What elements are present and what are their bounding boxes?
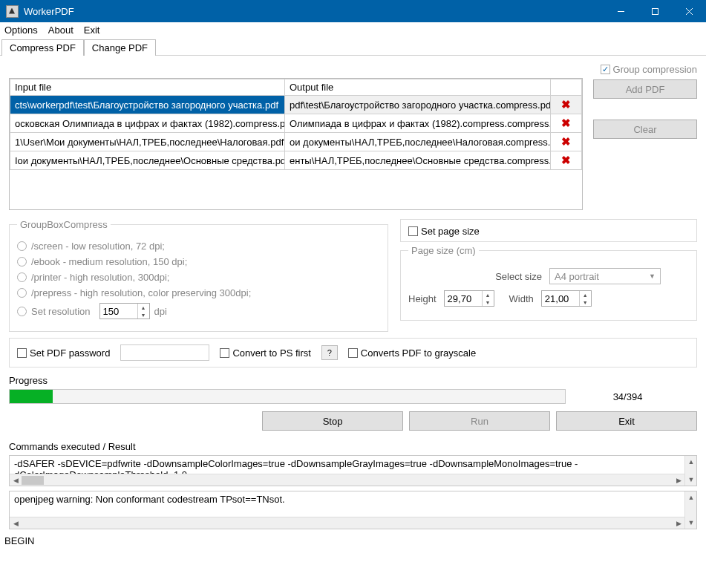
menu-about[interactable]: About xyxy=(48,24,73,36)
group-compression-label: Group compression xyxy=(613,64,697,75)
app-icon xyxy=(6,5,19,18)
width-spinner[interactable]: ▲▼ xyxy=(541,290,592,307)
chevron-left-icon[interactable]: ◀ xyxy=(10,474,22,486)
svg-rect-1 xyxy=(652,8,658,14)
set-password-checkbox[interactable]: Set PDF password xyxy=(17,347,110,359)
delete-icon[interactable]: ✖ xyxy=(561,135,571,148)
col-output[interactable]: Output file xyxy=(285,79,551,96)
delete-icon[interactable]: ✖ xyxy=(561,154,571,166)
stop-button[interactable]: Stop xyxy=(262,411,403,431)
group-compression-checkbox[interactable]: Group compression xyxy=(601,64,697,75)
compress-groupbox: GroupBoxCompress /screen - low resolutio… xyxy=(9,219,388,332)
table-row[interactable]: Іои документы\НАЛ,ТРЕБ,последнее\Основны… xyxy=(10,151,582,170)
table-row[interactable]: cts\workerpdf\test\Благоустройство загор… xyxy=(10,96,582,114)
chevron-right-icon[interactable]: ▶ xyxy=(673,517,684,529)
commands-log[interactable]: -dSAFER -sDEVICE=pdfwrite -dDownsampleCo… xyxy=(9,455,697,486)
chevron-up-icon[interactable]: ▲ xyxy=(685,456,697,468)
page-size-select[interactable]: A4 portrait ▼ xyxy=(549,268,661,284)
col-input[interactable]: Input file xyxy=(10,79,285,96)
select-size-label: Select size xyxy=(408,271,542,282)
file-table[interactable]: Input file Output file cts\workerpdf\tes… xyxy=(9,78,583,210)
title-bar: WorkerPDF xyxy=(0,0,706,22)
window-title: WorkerPDF xyxy=(24,6,604,17)
menu-options[interactable]: Options xyxy=(4,24,38,36)
checkmark-icon xyxy=(601,65,610,74)
height-label: Height xyxy=(408,293,437,304)
chevron-right-icon[interactable]: ▶ xyxy=(673,474,684,486)
password-input[interactable] xyxy=(120,344,209,361)
set-page-size-checkbox[interactable]: Set page size xyxy=(408,226,480,237)
table-row[interactable]: 1\User\Мои документы\НАЛ,ТРЕБ,последнее\… xyxy=(10,133,582,151)
progress-count: 34/394 xyxy=(613,391,643,402)
progress-bar xyxy=(9,389,566,404)
radio-printer[interactable]: /printer - high resolution, 300dpi; xyxy=(17,272,380,283)
run-button[interactable]: Run xyxy=(409,411,550,431)
resolution-input[interactable] xyxy=(100,304,137,318)
delete-icon[interactable]: ✖ xyxy=(561,117,571,129)
convert-ps-checkbox[interactable]: Convert to PS first xyxy=(220,347,310,359)
menu-bar: Options About Exit xyxy=(0,22,706,39)
result-log[interactable]: openjpeg warning: Non conformant codestr… xyxy=(9,491,697,529)
chevron-down-icon[interactable]: ▼ xyxy=(685,474,697,486)
chevron-up-icon[interactable]: ▲ xyxy=(483,291,494,298)
minimize-button[interactable] xyxy=(604,0,638,22)
delete-icon[interactable]: ✖ xyxy=(561,98,571,111)
chevron-up-icon[interactable]: ▲ xyxy=(580,291,591,298)
grayscale-checkbox[interactable]: Converts PDF to grayscale xyxy=(348,347,476,359)
chevron-down-icon[interactable]: ▼ xyxy=(685,517,697,529)
chevron-left-icon[interactable]: ◀ xyxy=(10,517,22,529)
add-pdf-button[interactable]: Add PDF xyxy=(593,79,697,99)
table-row[interactable]: осковская Олимпиада в цифрах и фактах (1… xyxy=(10,114,582,133)
help-button[interactable]: ? xyxy=(321,345,338,360)
page-size-legend: Page size (cm) xyxy=(408,245,479,256)
radio-prepress[interactable]: /prepress - high resolution, color prese… xyxy=(17,287,380,298)
radio-screen[interactable]: /screen - low resolution, 72 dpi; xyxy=(17,241,380,252)
page-size-groupbox: Page size (cm) Select size A4 portrait ▼… xyxy=(400,245,697,321)
commands-label: Commands executed / Result xyxy=(9,441,697,452)
col-delete xyxy=(551,79,582,96)
chevron-down-icon: ▼ xyxy=(649,272,656,280)
progress-label: Progress xyxy=(9,375,697,386)
chevron-up-icon[interactable]: ▲ xyxy=(685,491,697,503)
tab-strip: Compress PDF Change PDF xyxy=(0,39,706,56)
width-label: Width xyxy=(509,293,534,304)
tab-change[interactable]: Change PDF xyxy=(84,39,156,56)
radio-setres[interactable]: Set resolution ▲▼ dpi xyxy=(17,303,380,319)
clear-button[interactable]: Clear xyxy=(593,120,697,139)
exit-button[interactable]: Exit xyxy=(556,411,697,431)
chevron-down-icon[interactable]: ▼ xyxy=(580,298,591,306)
chevron-down-icon[interactable]: ▼ xyxy=(483,298,494,306)
maximize-button[interactable] xyxy=(638,0,672,22)
height-spinner[interactable]: ▲▼ xyxy=(444,290,494,307)
compress-title: GroupBoxCompress xyxy=(17,219,111,230)
chevron-down-icon[interactable]: ▼ xyxy=(138,311,149,318)
resolution-spinner[interactable]: ▲▼ xyxy=(99,303,150,319)
width-input[interactable] xyxy=(542,292,579,306)
tab-compress[interactable]: Compress PDF xyxy=(1,39,84,56)
status-bar: BEGIN xyxy=(0,534,706,548)
menu-exit[interactable]: Exit xyxy=(84,24,100,36)
height-input[interactable] xyxy=(445,292,482,306)
scrollbar-thumb[interactable] xyxy=(22,476,44,485)
chevron-up-icon[interactable]: ▲ xyxy=(138,304,149,311)
close-button[interactable] xyxy=(672,0,706,22)
radio-ebook[interactable]: /ebook - medium resolution, 150 dpi; xyxy=(17,256,380,267)
